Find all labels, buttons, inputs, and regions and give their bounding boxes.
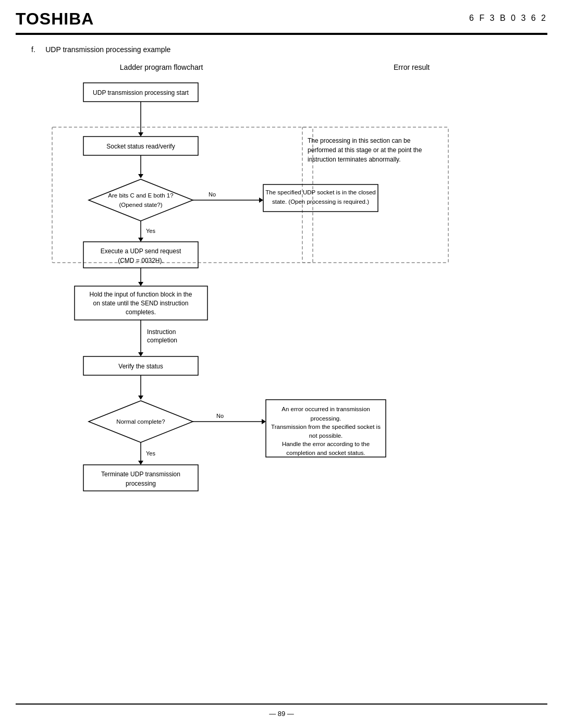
header: TOSHIBA 6 F 3 B 0 3 6 2 — [0, 0, 563, 29]
section-title: f. UDP transmission processing example — [31, 45, 532, 54]
toshiba-logo: TOSHIBA — [16, 9, 94, 29]
diamond2-text: Normal complete? — [116, 418, 165, 425]
svg-marker-25 — [262, 419, 266, 424]
main-content: f. UDP transmission processing example L… — [0, 35, 563, 548]
left-column-header: Ladder program flowchart — [31, 63, 291, 71]
section-text: UDP transmission processing example — [45, 45, 170, 54]
diamond1-line2: (Opened state?) — [119, 202, 162, 208]
svg-rect-11 — [263, 184, 378, 212]
socket-status-text: Socket status read/verify — [106, 143, 175, 150]
note3-line5: Handle the error according to the — [282, 441, 370, 447]
diamond2-no-label: No — [216, 413, 224, 419]
terminate-line2: processing — [126, 480, 156, 487]
terminate-line1: Terminate UDP transmission — [101, 471, 180, 478]
hold-input-line2: on state until the SEND instruction — [93, 300, 189, 307]
execute-send-line1: Execute a UDP send request — [101, 248, 181, 255]
column-headers: Ladder program flowchart Error result — [31, 63, 532, 71]
diamond1-line1: Are bits C and E both 1? — [108, 192, 173, 199]
right-column-header: Error result — [291, 63, 532, 71]
note2-line2: state. (Open processing is required.) — [272, 199, 369, 205]
doc-number: 6 F 3 B 0 3 6 2 — [469, 9, 547, 23]
flowchart-svg: The processing in this section can be pe… — [31, 78, 532, 531]
svg-marker-22 — [138, 396, 143, 400]
note3-line1: An error occurred in transmission — [282, 406, 370, 412]
svg-marker-4 — [138, 132, 143, 137]
note1-line2: performed at this stage or at the point … — [308, 146, 422, 154]
diamond2-yes-label: Yes — [146, 450, 155, 456]
note2-line1: The specified UDP socket is in the close… — [265, 189, 375, 195]
diamond1-yes-label: Yes — [146, 228, 155, 234]
start-box-text: UDP transmission processing start — [93, 89, 189, 96]
note1-line3: instruction terminates abnormally. — [308, 156, 401, 163]
page: TOSHIBA 6 F 3 B 0 3 6 2 f. UDP transmiss… — [0, 0, 563, 728]
flowchart-container: The processing in this section can be pe… — [31, 78, 532, 533]
section-label: f. — [31, 45, 35, 54]
note3-line3: Transmission from the specified socket i… — [271, 424, 381, 430]
svg-marker-7 — [138, 174, 143, 178]
verify-status-text: Verify the status — [118, 363, 163, 370]
note3-line2: processing. — [311, 415, 341, 422]
svg-marker-28 — [138, 461, 143, 465]
note1-line1: The processing in this section can be — [308, 137, 411, 144]
page-number: — 89 — — [16, 710, 547, 718]
instruction-label-line1: Instruction — [147, 328, 176, 336]
bottom-rule — [16, 704, 547, 705]
note3-line6: completion and socket status. — [286, 450, 365, 456]
instruction-label-line2: completion — [147, 337, 177, 344]
svg-marker-8 — [89, 179, 193, 221]
execute-send-line2: (CMD = 0032H). — [118, 257, 164, 264]
hold-input-line1: Hold the input of function block in the — [90, 291, 192, 298]
svg-marker-16 — [138, 282, 143, 286]
svg-marker-13 — [138, 238, 143, 242]
diamond1-no-label: No — [209, 191, 216, 198]
svg-marker-10 — [259, 198, 263, 203]
bottom-section: — 89 — — [0, 704, 563, 728]
hold-input-line3: completes. — [126, 309, 156, 316]
svg-marker-19 — [138, 352, 143, 356]
note3-line4: not possible. — [309, 433, 343, 439]
